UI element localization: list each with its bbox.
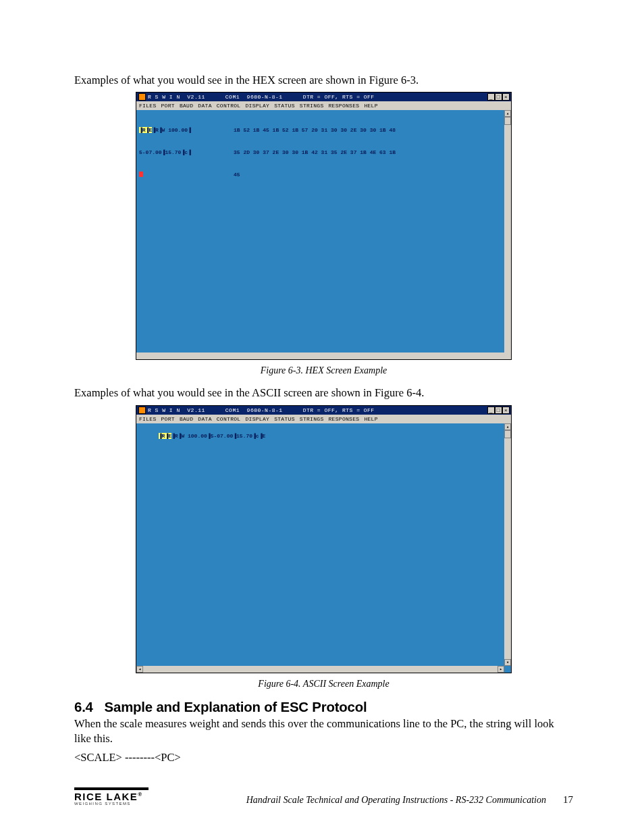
terminal-area: ▐R▐E▐R▐W 100.00▐1B 52 1B 45 1B 52 1B 57 … bbox=[136, 110, 511, 351]
term-hex: 1B 52 1B 45 1B 52 1B 57 20 31 30 30 2E 3… bbox=[234, 127, 396, 133]
ascii-screen-window: R S W I N V2.11 COM1 9600-N-8-1 DTR = OF… bbox=[136, 405, 512, 673]
hex-screen-window: R S W I N V2.11 COM1 9600-N-8-1 DTR = OF… bbox=[136, 92, 512, 360]
hex-intro: Examples of what you would see in the HE… bbox=[74, 73, 573, 88]
terminal-area: ▐R▐E▐R▐W 100.00▐5-07.00▐15.70▐c▐E bbox=[136, 423, 511, 658]
menu-display[interactable]: DISPLAY bbox=[245, 416, 269, 422]
menu-responses[interactable]: RESPONSES bbox=[329, 103, 360, 109]
menubar: FILES PORT BAUD DATA CONTROL DISPLAY STA… bbox=[136, 415, 511, 423]
term-text: ▐R▐W 100.00▐5-07.00▐15.70▐c▐E bbox=[171, 433, 265, 439]
scroll-left-icon[interactable]: ◂ bbox=[136, 666, 143, 673]
menu-baud[interactable]: BAUD bbox=[180, 103, 193, 109]
app-icon bbox=[138, 93, 146, 101]
menu-help[interactable]: HELP bbox=[364, 416, 377, 422]
scroll-up-icon[interactable]: ▴ bbox=[504, 110, 511, 117]
app-icon bbox=[138, 407, 146, 414]
scroll-thumb[interactable] bbox=[504, 430, 511, 438]
section-heading: 6.4Sample and Explanation of ESC Protoco… bbox=[74, 699, 558, 715]
ascii-caption: Figure 6-4. ASCII Screen Example bbox=[74, 679, 573, 689]
menu-files[interactable]: FILES bbox=[139, 103, 157, 109]
menu-data[interactable]: DATA bbox=[198, 103, 211, 109]
document-page: Examples of what you would see in the HE… bbox=[0, 0, 644, 834]
page-number: 17 bbox=[546, 794, 573, 806]
term-text: 5-07.00▐15.70▐c▐ bbox=[139, 149, 234, 156]
app-name: R S W I N V2.11 bbox=[148, 407, 205, 413]
company-logo: RICE LAKE® WEIGHING SYSTEMS bbox=[74, 787, 149, 806]
menu-baud[interactable]: BAUD bbox=[180, 416, 193, 422]
maximize-button[interactable]: □ bbox=[495, 93, 502, 101]
term-text: ▐R▐W 100.00▐ bbox=[152, 127, 191, 133]
scroll-up-icon[interactable]: ▴ bbox=[504, 423, 511, 430]
term-hex: 45 bbox=[234, 172, 240, 178]
minimize-button[interactable]: _ bbox=[487, 93, 495, 101]
section-title: Sample and Explanation of ESC Protocol bbox=[105, 699, 367, 714]
minimize-button[interactable]: _ bbox=[487, 407, 495, 414]
menubar: FILES PORT BAUD DATA CONTROL DISPLAY STA… bbox=[136, 101, 511, 110]
menu-strings[interactable]: STRINGS bbox=[300, 416, 324, 422]
vertical-scrollbar[interactable]: ▴ ▾ bbox=[504, 423, 511, 666]
page-footer: RICE LAKE® WEIGHING SYSTEMS Handrail Sca… bbox=[74, 787, 573, 806]
menu-port[interactable]: PORT bbox=[161, 103, 175, 109]
maximize-button[interactable]: □ bbox=[495, 407, 502, 414]
status-strip bbox=[136, 353, 511, 359]
menu-control[interactable]: CONTROL bbox=[217, 416, 241, 422]
menu-strings[interactable]: STRINGS bbox=[300, 103, 324, 109]
highlighted-bytes: ▐R▐E bbox=[139, 127, 152, 133]
window-titlebar: R S W I N V2.11 COM1 9600-N-8-1 DTR = OF… bbox=[136, 406, 511, 415]
highlighted-bytes: ▐R▐E bbox=[159, 433, 171, 439]
footer-doc-title: Handrail Scale Technical and Operating I… bbox=[149, 795, 546, 806]
ascii-intro: Examples of what you would see in the AS… bbox=[74, 386, 573, 400]
scroll-thumb[interactable] bbox=[504, 117, 511, 125]
scroll-down-icon[interactable]: ▾ bbox=[504, 659, 511, 666]
app-name: R S W I N V2.11 bbox=[148, 94, 205, 100]
term-hex: 35 2D 30 37 2E 30 30 1B 42 31 35 2E 37 1… bbox=[234, 149, 396, 155]
menu-status[interactable]: STATUS bbox=[274, 103, 295, 109]
scroll-right-icon[interactable]: ▸ bbox=[498, 666, 504, 673]
menu-responses[interactable]: RESPONSES bbox=[329, 416, 360, 422]
menu-status[interactable]: STATUS bbox=[274, 416, 295, 422]
close-button[interactable]: × bbox=[502, 93, 510, 101]
port-status: COM1 9600-N-8-1 bbox=[225, 94, 283, 100]
horizontal-scrollbar[interactable]: ◂ ▸ bbox=[136, 666, 504, 673]
section-body: When the scale measures weight and sends… bbox=[74, 716, 573, 747]
flow-status: DTR = OFF, RTS = OFF bbox=[303, 94, 375, 100]
menu-port[interactable]: PORT bbox=[161, 416, 175, 422]
menu-files[interactable]: FILES bbox=[139, 416, 157, 422]
menu-help[interactable]: HELP bbox=[364, 103, 377, 109]
menu-data[interactable]: DATA bbox=[198, 416, 211, 422]
menu-display[interactable]: DISPLAY bbox=[245, 103, 269, 109]
protocol-string: <SCALE> --------<PC> bbox=[74, 750, 573, 765]
cursor-icon bbox=[139, 172, 143, 177]
section-number: 6.4 bbox=[74, 699, 105, 715]
vertical-scrollbar[interactable]: ▴ ▾ bbox=[504, 110, 511, 359]
close-button[interactable]: × bbox=[502, 407, 510, 414]
menu-control[interactable]: CONTROL bbox=[217, 103, 241, 109]
window-titlebar: R S W I N V2.11 COM1 9600-N-8-1 DTR = OF… bbox=[136, 93, 511, 101]
flow-status: DTR = OFF, RTS = OFF bbox=[303, 407, 375, 413]
logo-name: RICE LAKE bbox=[74, 791, 138, 802]
hex-caption: Figure 6-3. HEX Screen Example bbox=[74, 365, 573, 376]
port-status: COM1 9600-N-8-1 bbox=[225, 407, 283, 413]
